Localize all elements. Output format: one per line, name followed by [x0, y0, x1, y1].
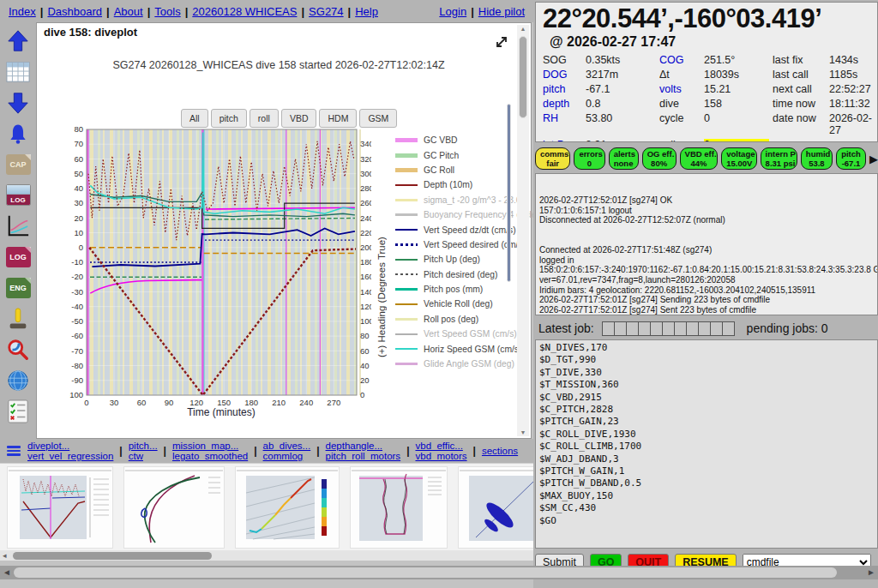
plots-chart-icon[interactable] — [5, 213, 32, 239]
link-commlog[interactable]: commlog — [263, 451, 311, 462]
previous-dive-up-arrow-icon[interactable] — [5, 27, 32, 54]
link-ab-dives[interactable]: ab_dives... — [263, 441, 311, 452]
stamp-icon[interactable] — [5, 305, 32, 332]
search-magnifier-icon[interactable] — [5, 336, 32, 363]
telemetry-value-empty — [829, 139, 877, 142]
status-pill-humid[interactable]: humid53.8 — [801, 147, 833, 171]
nav-tools[interactable]: Tools — [154, 5, 180, 18]
svg-text:240: 240 — [299, 398, 313, 407]
telemetry-label-rh[interactable]: RH — [543, 112, 586, 136]
telemetry-label-dog[interactable]: DOG — [543, 69, 586, 81]
nav-dashboard[interactable]: Dashboard — [47, 5, 102, 18]
telemetry-label-depth[interactable]: depth — [543, 98, 586, 110]
plot-outer-scrollbar[interactable]: ▲ ▼ — [517, 25, 529, 436]
telemetry-label-pitch[interactable]: pitch — [543, 83, 586, 95]
telemetry-value-rh: 53.80 — [586, 112, 659, 136]
nav-separator: | — [106, 5, 110, 18]
status-pill-og-eff[interactable]: OG eff.80% — [642, 147, 677, 171]
log-file-icon[interactable]: LOG — [5, 243, 32, 270]
nav-20260128-whiceas[interactable]: 20260128 WHICEAS — [192, 5, 297, 18]
thumbnail-ts-diagram[interactable] — [235, 466, 340, 549]
legend-item: GC Pitch — [395, 147, 514, 162]
telemetry-value-next-call: 22:52:27 — [829, 83, 877, 95]
link-pitch-roll-motors[interactable]: pitch_roll_motors — [326, 451, 401, 462]
selftest-log-icon[interactable]: LOG — [5, 182, 32, 208]
telemetry-label-volts[interactable]: volts — [659, 83, 704, 95]
map-globe-icon[interactable] — [5, 367, 32, 393]
log-file-label: LOG — [9, 253, 27, 261]
eng-file-icon[interactable]: ENG — [5, 274, 32, 301]
status-pill-errors[interactable]: errors0 — [574, 147, 604, 171]
svg-text:-10: -10 — [71, 257, 83, 267]
scroll-down-arrow-icon[interactable]: ▼ — [517, 429, 529, 435]
svg-text:20: 20 — [360, 375, 370, 385]
status-pill-voltage[interactable]: voltage15.00V — [721, 147, 756, 171]
legend-item: Pitch Up (deg) — [395, 252, 514, 267]
thumbnail-regression[interactable] — [458, 466, 533, 549]
thumbnail-vert-vel[interactable] — [123, 466, 225, 549]
data-table-icon[interactable] — [5, 58, 32, 85]
nav-index[interactable]: Index — [9, 5, 36, 18]
pill-label: voltage — [726, 149, 751, 159]
nav-hide-pilot[interactable]: Hide pilot — [478, 5, 525, 18]
legend-item: Pitch pos (mm) — [395, 282, 514, 297]
next-dive-down-arrow-icon[interactable] — [5, 89, 32, 116]
status-pill-alerts[interactable]: alertsnone — [609, 147, 639, 171]
page-scroll-right-icon[interactable]: ► — [867, 567, 875, 577]
status-pill-pitch[interactable]: pitch-67.1 — [836, 147, 866, 171]
telemetry-value-date-now: 2026-02-27 — [829, 112, 877, 136]
nav-help[interactable]: Help — [355, 5, 378, 18]
plot-inner-scrollbar[interactable] — [506, 28, 512, 433]
nav-login[interactable]: Login — [439, 5, 466, 18]
telemetry-value-sog: 0.35kts — [586, 54, 659, 66]
link-vbd-effic[interactable]: vbd_effic... — [415, 441, 466, 452]
checklist-icon[interactable] — [5, 398, 32, 424]
page-scroll-left-icon[interactable]: ◄ — [3, 567, 11, 577]
comm-log[interactable]: 2026-02-27T12:52:01Z [sg274] OK 157:0:1:… — [535, 173, 878, 315]
thumbnail-scrollbar[interactable]: ◂ — [0, 550, 533, 561]
legend-swatch — [395, 199, 418, 201]
link-diveplot[interactable]: diveplot... — [27, 441, 113, 452]
link-vbd-motors[interactable]: vbd_motors — [415, 451, 466, 462]
thumbnail-diveplot[interactable] — [7, 466, 113, 549]
scroll-up-arrow-icon[interactable]: ▲ — [517, 26, 529, 32]
pill-label: OG eff. — [647, 149, 671, 159]
menu-hamburger-icon[interactable] — [7, 444, 21, 458]
telemetry-label-cog[interactable]: COG — [659, 54, 704, 66]
link-pitch[interactable]: pitch... — [129, 441, 158, 452]
page-horizontal-scrollbar[interactable]: ◄ ► — [0, 566, 878, 579]
job-slot — [698, 321, 711, 336]
job-slot — [602, 321, 615, 336]
svg-text:-20: -20 — [71, 272, 83, 281]
link-legato-smoothed[interactable]: legato_smoothed — [172, 451, 248, 462]
pill-value: -67.1 — [841, 159, 861, 168]
more-pills-arrow-icon[interactable]: ▶ — [869, 153, 878, 165]
legend-label: Pitch desired (deg) — [424, 270, 497, 279]
legend-label: Buoyancy Frequency 4 cycles/hr — [424, 210, 551, 219]
cmdfile-contents[interactable]: $N_DIVES,170 $D_TGT,990 $T_DIVE,330 $T_M… — [535, 339, 878, 549]
link-ctw[interactable]: ctw — [129, 451, 158, 462]
legend-swatch — [395, 184, 418, 187]
status-pill-intern-p[interactable]: intern P8.31 psi — [761, 147, 797, 171]
svg-text:340: 340 — [360, 139, 371, 148]
alerts-bell-icon[interactable] — [5, 120, 32, 147]
pill-label: pitch — [841, 149, 861, 159]
svg-text:60: 60 — [137, 398, 147, 407]
telemetry-value-int-p: 8.31 — [586, 139, 659, 142]
thumbnail-depthangle[interactable] — [350, 466, 448, 549]
legend-item: GC Roll — [395, 163, 514, 177]
telemetry-label-int-p[interactable]: int P — [543, 139, 586, 142]
legend-label: Depth (10m) — [424, 180, 472, 189]
status-pill-vbd-eff[interactable]: VBD eff.44% — [680, 147, 719, 171]
capture-file-icon[interactable]: CAP — [5, 151, 32, 177]
link-vert-vel-regression[interactable]: vert_vel_regression — [27, 451, 113, 462]
status-pill-comms[interactable]: commsfair — [535, 147, 570, 171]
link-depthangle[interactable]: depthangle... — [326, 441, 401, 452]
link-sections[interactable]: sections — [482, 446, 518, 457]
nav-sg274[interactable]: SG274 — [309, 5, 343, 18]
cmdfile-lines: $N_DIVES,170 $D_TGT,990 $T_DIVE,330 $T_M… — [539, 342, 874, 527]
thumb-scroll-left-icon[interactable]: ◂ — [3, 551, 7, 560]
nav-about[interactable]: About — [114, 5, 143, 18]
link-mission-map[interactable]: mission_map... — [172, 441, 248, 452]
sidebar: CAP LOG LOG ENG — [0, 22, 36, 439]
